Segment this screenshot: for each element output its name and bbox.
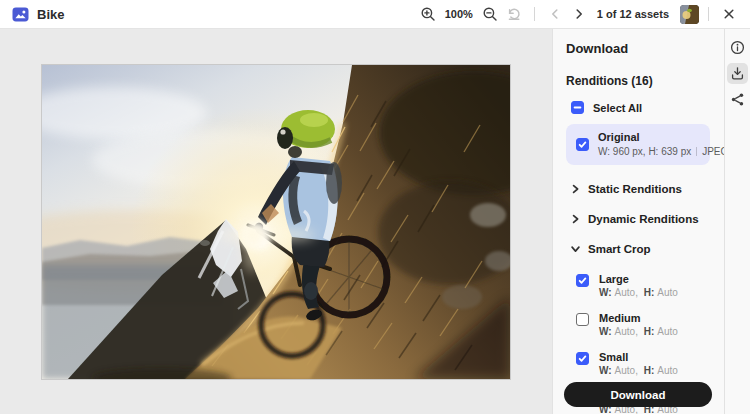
medium-checkbox[interactable] — [576, 313, 589, 326]
share-icon-button[interactable] — [727, 89, 748, 110]
asset-stage — [0, 29, 552, 414]
original-info: Original W: 960 px, H: 639 px JPEG 153 K… — [598, 131, 724, 157]
rendition-large-row[interactable]: Large W:Auto, H:Auto — [566, 273, 724, 298]
close-button[interactable] — [718, 3, 740, 25]
section-smart-crop[interactable]: Smart Crop — [566, 243, 724, 255]
original-meta: W: 960 px, H: 639 px JPEG 153 KB — [598, 146, 724, 157]
rendition-medium-row[interactable]: Medium W:Auto, H:Auto — [566, 312, 724, 337]
assets-image-icon — [12, 7, 29, 22]
download-panel: Download Renditions (16) Select All Orig… — [552, 29, 724, 414]
right-rail — [724, 29, 750, 414]
rendition-label: Medium — [599, 312, 678, 324]
previous-asset-button[interactable] — [544, 3, 566, 25]
top-bar-left: Bike — [12, 7, 64, 22]
rendition-small-row[interactable]: Small W:Auto, H:Auto — [566, 351, 724, 376]
asset-image — [42, 65, 510, 379]
toolbar-divider — [534, 7, 535, 21]
small-checkbox[interactable] — [576, 352, 589, 365]
select-all-row[interactable]: Select All — [566, 101, 724, 114]
download-icon-button[interactable] — [727, 63, 748, 84]
large-checkbox[interactable] — [576, 274, 589, 287]
zoom-level: 100% — [445, 8, 473, 20]
original-format: JPEG — [702, 146, 724, 157]
toolbar-divider — [708, 7, 709, 21]
select-all-label: Select All — [593, 102, 642, 114]
content-area: Download Renditions (16) Select All Orig… — [0, 29, 750, 414]
zoom-out-button[interactable] — [479, 3, 501, 25]
rendition-dimensions: W:Auto, H:Auto — [599, 365, 678, 376]
top-bar: Bike 100% 1 of 12 assets — [0, 0, 750, 29]
section-label: Static Renditions — [588, 183, 682, 195]
rendition-dimensions: W:Auto, H:Auto — [599, 287, 678, 298]
section-label: Dynamic Renditions — [588, 213, 699, 225]
section-label: Smart Crop — [588, 243, 651, 255]
original-label: Original — [598, 131, 724, 143]
panel-title: Download — [566, 41, 724, 56]
top-bar-right: 100% 1 of 12 assets — [417, 3, 740, 25]
revert-icon-button[interactable] — [503, 3, 525, 25]
info-icon-button[interactable] — [727, 37, 748, 58]
renditions-heading: Renditions (16) — [566, 74, 724, 88]
next-asset-button[interactable] — [568, 3, 590, 25]
chevron-right-icon — [571, 184, 580, 194]
meta-divider — [696, 147, 697, 156]
select-all-checkbox[interactable] — [571, 101, 584, 114]
download-button[interactable]: Download — [564, 382, 712, 407]
original-dimensions: W: 960 px, H: 639 px — [598, 146, 691, 157]
asset-counter: 1 of 12 assets — [597, 8, 669, 20]
rendition-dimensions: W:Auto, H:Auto — [599, 326, 678, 337]
section-static-renditions[interactable]: Static Renditions — [566, 183, 724, 195]
section-dynamic-renditions[interactable]: Dynamic Renditions — [566, 213, 724, 225]
zoom-in-button[interactable] — [417, 3, 439, 25]
chevron-right-icon — [571, 214, 580, 224]
chevron-down-icon — [571, 244, 580, 254]
asset-title: Bike — [37, 7, 64, 22]
rendition-label: Small — [599, 351, 678, 363]
original-checkbox[interactable] — [576, 138, 589, 151]
rendition-label: Large — [599, 273, 678, 285]
aem-asset-viewer: Bike 100% 1 of 12 assets — [0, 0, 750, 414]
rendition-original-row[interactable]: Original W: 960 px, H: 639 px JPEG 153 K… — [566, 124, 710, 165]
asset-thumbnail[interactable] — [680, 5, 699, 24]
